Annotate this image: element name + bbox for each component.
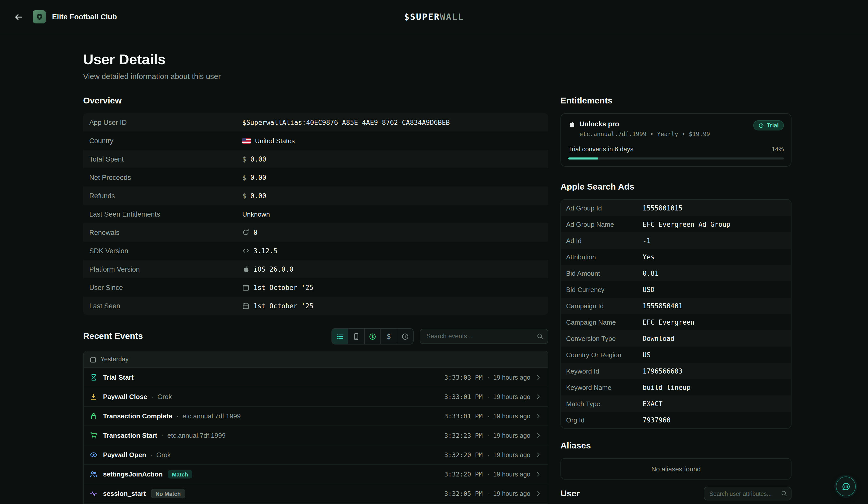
filter-info-button[interactable]	[397, 329, 413, 344]
page-title: User Details	[83, 52, 792, 68]
filter-device-events-button[interactable]	[348, 329, 365, 344]
table-row: Campaign NameEFC Evergreen	[561, 314, 791, 330]
table-row: Bid CurrencyUSD	[561, 281, 791, 297]
trial-converts-text: Trial converts in 6 days	[568, 146, 633, 153]
trial-progress-fill	[568, 157, 598, 159]
aliases-title: Aliases	[560, 441, 792, 451]
trial-badge-label: Trial	[767, 122, 779, 128]
refresh-icon	[242, 229, 249, 236]
events-group-header: Yesterday	[84, 351, 548, 368]
event-name: Paywall Close	[103, 393, 147, 401]
event-row[interactable]: Paywall Close Grok 3:33:01 PM19 hours ag…	[84, 387, 548, 407]
event-ago: 19 hours ago	[487, 451, 530, 459]
row-label: Ad Group Id	[566, 204, 643, 212]
table-row: Match TypeEXACT	[561, 396, 791, 412]
entitlement-name: Unlocks pro	[579, 120, 710, 128]
event-row[interactable]: Transaction Start etc.annual.7df.1999 3:…	[84, 426, 548, 445]
table-row: Last Seen Entitlements Unknown	[83, 205, 548, 223]
lock-icon	[90, 412, 98, 420]
row-value: 1555801015	[643, 204, 683, 212]
event-name: session_start	[103, 490, 146, 497]
clock-icon	[758, 123, 764, 128]
entitlement-details: etc.annual.7df.1999 • Yearly • $19.99	[579, 130, 710, 138]
right-column: Entitlements Unlocks pro etc.annual.7df.…	[560, 96, 792, 501]
event-name: Trial Start	[103, 374, 134, 381]
events-list: Yesterday Trial Start 3:33:03 PM19 hours…	[83, 350, 548, 504]
row-label: Net Proceeds	[89, 174, 242, 181]
filter-all-events-button[interactable]	[332, 329, 348, 344]
table-row: Keyword Id1796566603	[561, 363, 791, 379]
filter-transactions-button[interactable]	[381, 329, 397, 344]
match-badge: Match	[168, 470, 192, 479]
table-row: Bid Amount0.81	[561, 265, 791, 281]
event-row[interactable]: settingsJoinAction Match 3:32:20 PM19 ho…	[84, 465, 548, 484]
top-bar: Elite Football Club $SUPERWALL	[0, 0, 868, 34]
user-attributes-search-input[interactable]	[704, 487, 792, 501]
app-name: Elite Football Club	[52, 13, 117, 21]
aliases-empty-state: No aliases found	[560, 458, 792, 480]
row-label: Conversion Type	[566, 335, 643, 342]
us-flag-icon	[242, 138, 251, 144]
recent-events-section: Recent Events	[83, 328, 548, 504]
event-subtitle: etc.annual.7df.1999	[160, 432, 225, 439]
event-subtitle: etc.annual.7df.1999	[175, 412, 241, 420]
search-icon	[781, 490, 787, 497]
row-label: Country	[89, 137, 242, 145]
overview-table: App User ID $SuperwallAlias:40EC9876-A85…	[83, 113, 548, 315]
row-value: 7937960	[643, 416, 671, 424]
row-value: 0.81	[643, 269, 659, 277]
users-icon	[90, 470, 98, 478]
events-search	[420, 329, 548, 344]
row-label: Campaign Name	[566, 318, 643, 326]
aliases-section: Aliases No aliases found	[560, 441, 792, 480]
events-group-label: Yesterday	[101, 356, 128, 363]
search-icon	[537, 333, 544, 340]
chat-support-button[interactable]	[836, 476, 856, 496]
event-time: 3:32:20 PM	[444, 470, 483, 478]
row-value: build lineup	[643, 384, 691, 391]
apple-search-ads-section: Apple Search Ads Ad Group Id1555801015 A…	[560, 182, 792, 429]
arrow-down-line-icon	[90, 393, 98, 401]
dollar-icon	[242, 192, 246, 200]
apple-search-ads-table: Ad Group Id1555801015 Ad Group NameEFC E…	[560, 199, 792, 429]
row-value: 0	[254, 229, 258, 236]
table-row: User Since 1st October '25	[83, 278, 548, 297]
row-value: 1st October '25	[254, 284, 313, 291]
brand-secondary: WALL	[440, 12, 464, 22]
back-button[interactable]	[11, 10, 25, 24]
dollar-icon	[242, 155, 246, 163]
table-row: Platform Version iOS 26.0.0	[83, 260, 548, 278]
event-time: 3:33:01 PM	[444, 393, 483, 401]
event-row[interactable]: Paywall Open Grok 3:32:20 PM19 hours ago	[84, 445, 548, 465]
row-label: Ad Id	[566, 237, 643, 244]
events-search-input[interactable]	[420, 329, 548, 344]
row-label: Refunds	[89, 192, 242, 200]
row-label: Attribution	[566, 253, 643, 261]
apple-search-ads-title: Apple Search Ads	[560, 182, 792, 192]
row-label: Platform Version	[89, 265, 242, 273]
user-section: User	[560, 487, 792, 501]
event-row[interactable]: session_start No Match 3:32:05 PM19 hour…	[84, 484, 548, 504]
chevron-right-icon	[535, 413, 541, 419]
cart-icon	[90, 432, 98, 439]
chat-bubble-icon	[841, 482, 850, 491]
event-ago: 19 hours ago	[487, 374, 530, 381]
filter-revenue-events-button[interactable]	[365, 329, 381, 344]
list-icon	[336, 333, 344, 340]
row-value: EFC Evergreen Ad Group	[643, 220, 730, 228]
table-row: AttributionYes	[561, 249, 791, 265]
table-row: SDK Version 3.12.5	[83, 242, 548, 260]
table-row: Ad Group NameEFC Evergreen Ad Group	[561, 216, 791, 232]
table-row: Campaign Id1555850401	[561, 297, 791, 314]
event-ago: 19 hours ago	[487, 490, 530, 497]
chevron-right-icon	[535, 490, 541, 497]
row-label: Bid Amount	[566, 269, 643, 277]
table-row: Last Seen 1st October '25	[83, 297, 548, 315]
event-row[interactable]: Trial Start 3:33:03 PM19 hours ago	[84, 368, 548, 387]
table-row: Net Proceeds 0.00	[83, 168, 548, 187]
app-logo[interactable]	[33, 10, 46, 23]
table-row: Ad Id-1	[561, 232, 791, 249]
code-icon	[242, 247, 249, 254]
event-row[interactable]: Transaction Complete etc.annual.7df.1999…	[84, 407, 548, 426]
row-value: EFC Evergreen	[643, 318, 695, 326]
